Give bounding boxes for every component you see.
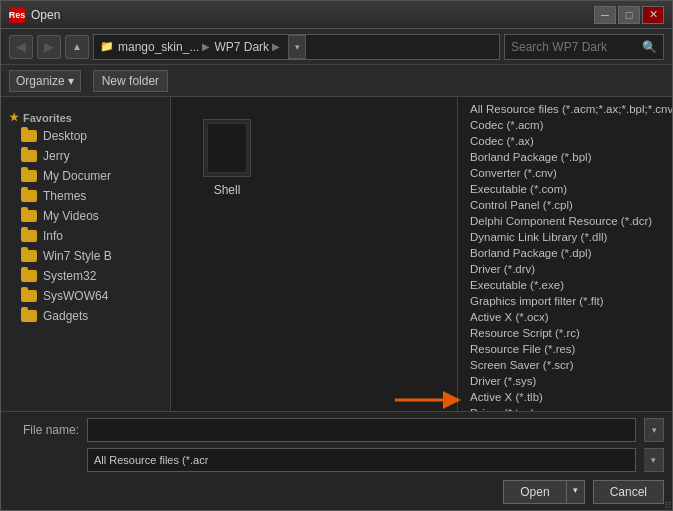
sidebar-item-themes[interactable]: Themes xyxy=(1,186,170,206)
folder-icon xyxy=(21,290,37,302)
file-type-item[interactable]: Graphics import filter (*.flt) xyxy=(458,293,672,309)
file-type-item[interactable]: Codec (*.acm) xyxy=(458,117,672,133)
forward-button[interactable]: ▶ xyxy=(37,35,61,59)
open-dropdown-arrow[interactable]: ▾ xyxy=(567,480,585,504)
search-input[interactable] xyxy=(511,40,638,54)
buttons-row: Open ▾ Cancel xyxy=(9,480,664,504)
file-type-item[interactable]: Delphi Component Resource (*.dcr) xyxy=(458,213,672,229)
file-type-list: All Resource files (*.acm;*.ax;*.bpl;*.c… xyxy=(458,97,672,411)
folder-icon xyxy=(21,130,37,142)
star-icon: ★ xyxy=(9,111,19,124)
file-type-item[interactable]: All Resource files (*.acm;*.ax;*.bpl;*.c… xyxy=(458,101,672,117)
folder-icon xyxy=(21,190,37,202)
sidebar: ★ Favorites Desktop Jerry My Documer The… xyxy=(1,97,171,411)
search-icon: 🔍 xyxy=(642,40,657,54)
sidebar-item-my-videos[interactable]: My Videos xyxy=(1,206,170,226)
file-type-item[interactable]: Borland Package (*.bpl) xyxy=(458,149,672,165)
file-type-item[interactable]: Driver (*.sys) xyxy=(458,373,672,389)
back-button[interactable]: ◀ xyxy=(9,35,33,59)
maximize-button[interactable]: □ xyxy=(618,6,640,24)
file-type-item[interactable]: Driver (*.tsp) xyxy=(458,405,672,411)
sidebar-item-desktop[interactable]: Desktop xyxy=(1,126,170,146)
file-area: Shell xyxy=(171,97,457,411)
file-item-shell[interactable]: Shell xyxy=(187,113,267,203)
new-folder-button[interactable]: New folder xyxy=(93,70,168,92)
cancel-button[interactable]: Cancel xyxy=(593,480,664,504)
bottom-bar: File name: ▾ All Resource files (*.acr ▾… xyxy=(1,411,672,510)
file-type-display[interactable]: All Resource files (*.acr xyxy=(87,448,636,472)
folder-icon xyxy=(21,150,37,162)
file-type-item[interactable]: Driver (*.drv) xyxy=(458,261,672,277)
file-name-label: Shell xyxy=(214,183,241,197)
address-bar[interactable]: 📁 mango_skin_... ▶ WP7 Dark ▶ ▾ xyxy=(93,34,500,60)
close-button[interactable]: ✕ xyxy=(642,6,664,24)
window-title: Open xyxy=(31,8,594,22)
folder-icon xyxy=(21,230,37,242)
main-panel: Shell xyxy=(171,97,457,411)
file-type-item[interactable]: Executable (*.exe) xyxy=(458,277,672,293)
minimize-button[interactable]: ─ xyxy=(594,6,616,24)
thumb-inner xyxy=(207,123,247,173)
file-type-row: All Resource files (*.acr ▾ xyxy=(9,448,664,472)
action-bar: Organize ▾ New folder xyxy=(1,65,672,97)
file-name-row: File name: ▾ xyxy=(9,418,664,442)
file-type-item[interactable]: Borland Package (*.dpl) xyxy=(458,245,672,261)
file-type-item[interactable]: Screen Saver (*.scr) xyxy=(458,357,672,373)
sidebar-item-gadgets[interactable]: Gadgets xyxy=(1,306,170,326)
open-dialog: Res Open ─ □ ✕ ◀ ▶ ▲ 📁 mango_skin_... ▶ … xyxy=(0,0,673,511)
address-part1: mango_skin_... ▶ xyxy=(118,40,210,54)
file-type-item[interactable]: Resource Script (*.rc) xyxy=(458,325,672,341)
window-controls: ─ □ ✕ xyxy=(594,6,664,24)
file-name-dropdown-button[interactable]: ▾ xyxy=(644,418,664,442)
file-type-item[interactable]: Executable (*.com) xyxy=(458,181,672,197)
navigation-toolbar: ◀ ▶ ▲ 📁 mango_skin_... ▶ WP7 Dark ▶ ▾ 🔍 xyxy=(1,29,672,65)
file-type-item[interactable]: Dynamic Link Library (*.dll) xyxy=(458,229,672,245)
file-type-dropdown-button[interactable]: ▾ xyxy=(644,448,664,472)
sidebar-item-syswow64[interactable]: SysWOW64 xyxy=(1,286,170,306)
sidebar-item-my-documents[interactable]: My Documer xyxy=(1,166,170,186)
address-part2: WP7 Dark ▶ xyxy=(214,40,280,54)
file-thumbnail xyxy=(203,119,251,177)
resize-handle[interactable]: ⠿ xyxy=(661,499,673,511)
title-bar: Res Open ─ □ ✕ xyxy=(1,1,672,29)
sidebar-item-system32[interactable]: System32 xyxy=(1,266,170,286)
file-type-item[interactable]: Active X (*.ocx) xyxy=(458,309,672,325)
folder-icon xyxy=(21,310,37,322)
open-button-group: Open ▾ xyxy=(503,480,584,504)
organize-button[interactable]: Organize ▾ xyxy=(9,70,81,92)
file-type-item[interactable]: Control Panel (*.cpl) xyxy=(458,197,672,213)
address-folder-icon: 📁 xyxy=(100,40,114,53)
file-type-panel: All Resource files (*.acm;*.ax;*.bpl;*.c… xyxy=(457,97,672,411)
up-button[interactable]: ▲ xyxy=(65,35,89,59)
folder-icon xyxy=(21,170,37,182)
folder-icon xyxy=(21,270,37,282)
file-type-item[interactable]: Codec (*.ax) xyxy=(458,133,672,149)
file-type-item[interactable]: Active X (*.tlb) xyxy=(458,389,672,405)
favorites-header: ★ Favorites xyxy=(1,109,170,126)
sidebar-item-win7-style[interactable]: Win7 Style B xyxy=(1,246,170,266)
folder-icon xyxy=(21,250,37,262)
sidebar-item-info[interactable]: Info xyxy=(1,226,170,246)
file-name-label-text: File name: xyxy=(9,423,79,437)
folder-icon xyxy=(21,210,37,222)
app-icon: Res xyxy=(9,7,25,23)
sidebar-item-jerry[interactable]: Jerry xyxy=(1,146,170,166)
thumb-content xyxy=(208,124,246,172)
file-name-input[interactable] xyxy=(87,418,636,442)
address-dropdown-button[interactable]: ▾ xyxy=(288,35,306,59)
file-type-item[interactable]: Resource File (*.res) xyxy=(458,341,672,357)
file-type-item[interactable]: Converter (*.cnv) xyxy=(458,165,672,181)
search-box[interactable]: 🔍 xyxy=(504,34,664,60)
open-button[interactable]: Open xyxy=(503,480,566,504)
